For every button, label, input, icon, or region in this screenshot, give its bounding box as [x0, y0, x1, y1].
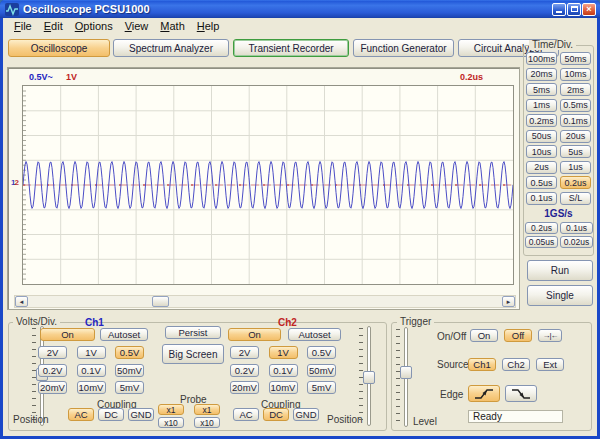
ch1-volts-10mv-button[interactable]: 10mV	[77, 381, 106, 394]
timediv-50ms-button[interactable]: 50ms	[560, 52, 591, 65]
ch2-volts-05v-button[interactable]: 0.5V	[307, 346, 336, 359]
ch2-volts-01v-button[interactable]: 0.1V	[269, 364, 298, 377]
samplerate-005us-button[interactable]: 0.05us	[525, 236, 558, 248]
ch2-volts-20mv-button[interactable]: 20mV	[230, 381, 259, 394]
timediv-100ms-button[interactable]: 100ms	[526, 52, 557, 65]
timediv-02us-button[interactable]: 0.2us	[560, 176, 591, 189]
trigger-source-ch2-button[interactable]: Ch2	[502, 358, 530, 371]
ch1-coupling-gnd-button[interactable]: GND	[128, 408, 154, 421]
samplerate-02us-button[interactable]: 0.2us	[525, 222, 558, 234]
menu-file[interactable]: File	[8, 19, 38, 33]
run-button[interactable]: Run	[527, 260, 593, 281]
menu-edit[interactable]: Edit	[38, 19, 69, 33]
tab-spectrum-analyzer[interactable]: Spectrum Analyzer	[113, 39, 229, 57]
timediv-2ms-button[interactable]: 2ms	[560, 83, 591, 96]
menu-view[interactable]: View	[119, 19, 155, 33]
ch1-probe-x1-button[interactable]: x1	[158, 404, 184, 415]
menu-help[interactable]: Help	[191, 19, 226, 33]
ch2-coupling-dc-button[interactable]: DC	[263, 408, 289, 421]
tab-function-generator[interactable]: Function Generator	[353, 39, 454, 57]
minimize-button[interactable]	[552, 3, 566, 16]
ch1-autoset-button[interactable]: Autoset	[100, 328, 148, 341]
ch1-volts-05v-button[interactable]: 0.5V	[115, 346, 144, 359]
ch1-volts-01v-button[interactable]: 0.1V	[77, 364, 106, 377]
menu-math[interactable]: Math	[154, 19, 190, 33]
scrollbar-thumb[interactable]	[152, 296, 169, 307]
timediv-50us-button[interactable]: 50us	[526, 130, 557, 143]
ch2-position-slider[interactable]	[358, 325, 376, 427]
trigger-edge-label: Edge	[440, 389, 463, 400]
single-button[interactable]: Single	[527, 285, 593, 306]
scroll-right-arrow-icon[interactable]: ►	[502, 296, 515, 307]
scroll-left-arrow-icon[interactable]: ◄	[15, 296, 28, 307]
ch2-volts-1v-button[interactable]: 1V	[269, 346, 298, 359]
app-window: Oscilloscope PCSU1000 × File Edit Option…	[0, 0, 600, 439]
tab-oscilloscope[interactable]: Oscilloscope	[8, 39, 110, 57]
ch1-volts-2v-button[interactable]: 2V	[38, 346, 67, 359]
ch1-volts-20mv-button[interactable]: 20mV	[38, 381, 67, 394]
ch1-volts-1v-button[interactable]: 1V	[77, 346, 106, 359]
trigger-source-label: Source	[437, 359, 469, 370]
ch1-volts-02v-button[interactable]: 0.2V	[38, 364, 67, 377]
timediv-10ms-button[interactable]: 10ms	[560, 68, 591, 81]
trigger-level-slider[interactable]	[395, 326, 413, 428]
trigger-source-ch1-button[interactable]: Ch1	[468, 358, 496, 371]
ch2-volts-02v-button[interactable]: 0.2V	[230, 364, 259, 377]
ch2-volts-5mv-button[interactable]: 5mV	[307, 381, 336, 394]
ch1-probe-x10-button[interactable]: x10	[158, 417, 184, 428]
ch2-probe-x1-button[interactable]: x1	[194, 404, 220, 415]
trigger-off-button[interactable]: Off	[504, 329, 532, 342]
timediv-01us-button[interactable]: 0.1us	[526, 192, 557, 205]
ch1-coupling-dc-button[interactable]: DC	[98, 408, 124, 421]
ch2-probe-x10-button[interactable]: x10	[194, 417, 220, 428]
timediv-1ms-button[interactable]: 1ms	[526, 99, 557, 112]
timediv-1us-button[interactable]: 1us	[560, 161, 591, 174]
timediv-01ms-button[interactable]: 0.1ms	[560, 114, 591, 127]
tab-transient-recorder[interactable]: Transient Recorder	[233, 39, 349, 57]
timediv-5us-button[interactable]: 5us	[560, 145, 591, 158]
maximize-button[interactable]	[567, 3, 581, 16]
window-title: Oscilloscope PCSU1000	[23, 3, 552, 15]
timediv-10us-button[interactable]: 10us	[526, 145, 557, 158]
timediv-sl-button[interactable]: S/L	[560, 192, 591, 205]
ch1-volts-5mv-button[interactable]: 5mV	[115, 381, 144, 394]
samplerate-002us-button[interactable]: 0.02us	[560, 236, 593, 248]
trigger-reset-button[interactable]: →|←	[538, 329, 562, 342]
ch2-volts-50mv-button[interactable]: 50mV	[307, 364, 336, 377]
trigger-source-ext-button[interactable]: Ext	[536, 358, 564, 371]
timediv-2us-button[interactable]: 2us	[526, 161, 557, 174]
ch2-volts-10mv-button[interactable]: 10mV	[269, 381, 298, 394]
close-button[interactable]: ×	[582, 3, 596, 16]
ch1-coupling-ac-button[interactable]: AC	[68, 408, 94, 421]
samplerate-01us-button[interactable]: 0.1us	[560, 222, 593, 234]
big-screen-button[interactable]: Big Screen	[162, 344, 224, 364]
timediv-20ms-button[interactable]: 20ms	[526, 68, 557, 81]
ch1-label: Ch1	[85, 317, 104, 328]
window-body: File Edit Options View Math Help Oscillo…	[3, 18, 597, 436]
trigger-on-button[interactable]: On	[470, 329, 498, 342]
timediv-05ms-button[interactable]: 0.5ms	[560, 99, 591, 112]
slider-thumb[interactable]	[400, 366, 412, 379]
timediv-5ms-button[interactable]: 5ms	[526, 83, 557, 96]
persist-button[interactable]: Persist	[165, 326, 221, 339]
horizontal-scrollbar[interactable]: ◄ ►	[14, 295, 516, 308]
channel-position-markers: 12	[11, 178, 18, 187]
timediv-05us-button[interactable]: 0.5us	[526, 176, 557, 189]
rising-edge-button[interactable]	[468, 385, 500, 402]
titlebar[interactable]: Oscilloscope PCSU1000 ×	[0, 0, 600, 18]
timediv-02ms-button[interactable]: 0.2ms	[526, 114, 557, 127]
slider-thumb[interactable]	[363, 371, 375, 384]
ch2-coupling-gnd-button[interactable]: GND	[293, 408, 319, 421]
ch2-coupling-ac-button[interactable]: AC	[233, 408, 259, 421]
menu-options[interactable]: Options	[69, 19, 119, 33]
ch1-on-button[interactable]: On	[40, 328, 95, 341]
trigger-onoff-label: On/Off	[437, 331, 466, 342]
timediv-20us-button[interactable]: 20us	[560, 130, 591, 143]
sample-rate-label: 1GS/s	[526, 208, 591, 219]
ch1-volts-50mv-button[interactable]: 50mV	[115, 364, 144, 377]
ch2-volts-2v-button[interactable]: 2V	[230, 346, 259, 359]
ch2-autoset-button[interactable]: Autoset	[288, 328, 341, 341]
trigger-status-field: Ready	[468, 410, 563, 423]
falling-edge-button[interactable]	[505, 385, 537, 402]
ch2-on-button[interactable]: On	[228, 328, 281, 341]
